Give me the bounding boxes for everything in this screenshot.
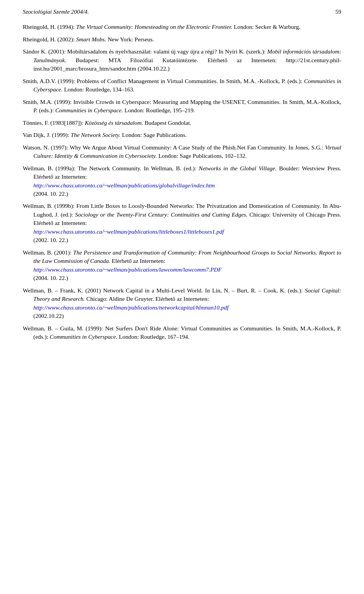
- references-section: Rheingold, H. (1994): The Virtual Commun…: [23, 23, 341, 341]
- page-number: 59: [336, 8, 342, 16]
- journal-title: Szociológiai Szemle 2004/4.: [23, 8, 89, 16]
- list-item: Rheingold, H. (1994): The Virtual Commun…: [23, 23, 341, 31]
- list-item: Watson, N. (1997): Why We Argue About Vi…: [23, 143, 341, 160]
- url-link[interactable]: http://www.chass.utoronto.ca/~wellman/pu…: [33, 182, 215, 189]
- list-item: Sándor K. (2001): Mobiltársadalom és nye…: [23, 47, 341, 73]
- list-item: Wellman, B. – Frank, K. (2001) Network C…: [23, 286, 341, 321]
- url-link[interactable]: http://www.chass.utoronto.ca/~wellman/pu…: [33, 304, 229, 311]
- list-item: Tönnies, F. (1983[1887]): Közösség és tá…: [23, 119, 341, 127]
- list-item: Wellman, B. (1999b): From Little Boxes t…: [23, 202, 341, 244]
- list-item: Smith, A.D.V. (1999): Problems of Confli…: [23, 77, 341, 94]
- url-link[interactable]: http://www.chass.utoronto.ca/~wellman/pu…: [33, 228, 224, 235]
- page-header: Szociológiai Szemle 2004/4. 59: [23, 8, 341, 16]
- list-item: Wellman, B. (1999a): The Network Communi…: [23, 164, 341, 198]
- list-item: Rheingold, H. (2002): Smart Mobs. New Yo…: [23, 35, 341, 44]
- list-item: Van Dijk, J. (1999): The Network Society…: [23, 131, 341, 139]
- list-item: Smith, M.A. (1999): Invisible Crowds in …: [23, 98, 341, 115]
- list-item: Wellman, B. – Guila, M. (1999): Net Surf…: [23, 324, 341, 341]
- list-item: Wellman, B. (2001): The Persistence and …: [23, 248, 341, 283]
- url-link[interactable]: http://www.chass.utoronto.ca/~wellman/pu…: [33, 266, 222, 273]
